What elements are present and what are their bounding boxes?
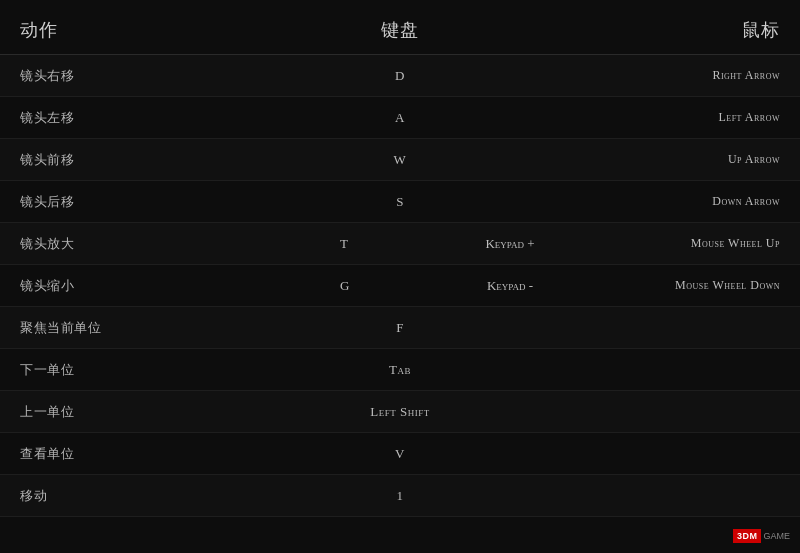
watermark: 3DM GAME [733, 529, 790, 543]
table-row: 下一单位Tab [0, 349, 800, 391]
header-keyboard: 键盘 [220, 18, 580, 42]
table-row: 聚焦当前单位F [0, 307, 800, 349]
cell-keyboard: 1 [220, 488, 580, 504]
cell-keyboard: F [220, 320, 580, 336]
cell-keyboard: G [220, 278, 440, 294]
cell-action: 镜头前移 [20, 151, 220, 169]
table-row: 镜头左移ALeft Arrow [0, 97, 800, 139]
cell-action: 下一单位 [20, 361, 220, 379]
cell-keyboard: A [220, 110, 580, 126]
cell-action: 移动 [20, 487, 220, 505]
cell-mouse: Up Arrow [580, 152, 780, 168]
cell-keyboard: W [220, 152, 580, 168]
cell-mouse: Right Arrow [580, 68, 780, 84]
cell-action: 镜头左移 [20, 109, 220, 127]
cell-keyboard-alt: Keypad - [440, 278, 580, 294]
cell-mouse: Down Arrow [580, 194, 780, 210]
cell-action: 查看单位 [20, 445, 220, 463]
table-row: 镜头后移SDown Arrow [0, 181, 800, 223]
cell-action: 镜头缩小 [20, 277, 220, 295]
cell-mouse: Mouse Wheel Up [580, 236, 780, 252]
header-mouse: 鼠标 [580, 18, 780, 42]
cell-mouse: Mouse Wheel Down [580, 278, 780, 294]
cell-keyboard: T [220, 236, 440, 252]
table-body: 镜头右移DRight Arrow镜头左移ALeft Arrow镜头前移WUp A… [0, 55, 800, 517]
cell-keyboard: Left Shift [220, 404, 580, 420]
cell-keyboard-alt: Keypad + [440, 236, 580, 252]
cell-action: 上一单位 [20, 403, 220, 421]
table-row: 镜头放大TKeypad +Mouse Wheel Up [0, 223, 800, 265]
cell-keyboard: S [220, 194, 580, 210]
table-row: 镜头前移WUp Arrow [0, 139, 800, 181]
cell-keyboard: Tab [220, 362, 580, 378]
cell-action: 镜头右移 [20, 67, 220, 85]
cell-keyboard: D [220, 68, 580, 84]
header-action: 动作 [20, 18, 220, 42]
table-row: 上一单位Left Shift [0, 391, 800, 433]
table-row: 查看单位V [0, 433, 800, 475]
header-row: 动作 键盘 鼠标 [0, 0, 800, 55]
page-container: 动作 键盘 鼠标 镜头右移DRight Arrow镜头左移ALeft Arrow… [0, 0, 800, 553]
table-row: 移动1 [0, 475, 800, 517]
table-row: 镜头缩小GKeypad -Mouse Wheel Down [0, 265, 800, 307]
table-row: 镜头右移DRight Arrow [0, 55, 800, 97]
cell-action: 镜头放大 [20, 235, 220, 253]
cell-action: 镜头后移 [20, 193, 220, 211]
watermark-text: GAME [763, 531, 790, 541]
watermark-logo: 3DM [733, 529, 762, 543]
cell-mouse: Left Arrow [580, 110, 780, 126]
cell-keyboard: V [220, 446, 580, 462]
cell-action: 聚焦当前单位 [20, 319, 220, 337]
